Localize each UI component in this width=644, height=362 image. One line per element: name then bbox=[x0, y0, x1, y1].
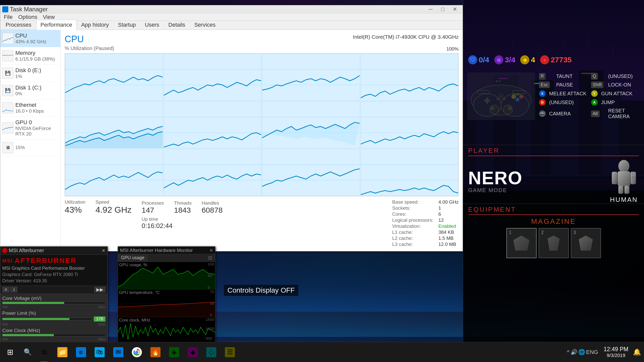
network-icon[interactable]: 🌐 bbox=[578, 349, 585, 355]
svg-rect-91 bbox=[512, 90, 525, 94]
chrome-icon bbox=[132, 347, 142, 357]
utilization-label: % Utilization (Paused) bbox=[65, 46, 114, 51]
tab-details[interactable]: Details bbox=[164, 20, 189, 30]
cpu-core-11 bbox=[262, 149, 360, 196]
y-button: Y bbox=[591, 90, 598, 97]
svg-text:B: B bbox=[520, 96, 522, 98]
sidebar-item-disk0[interactable]: 💾 Disk 0 (E:) 1% bbox=[0, 65, 60, 82]
mag-slot-3[interactable]: 3 bbox=[571, 228, 601, 258]
lang-indicator[interactable]: ENG bbox=[586, 349, 598, 355]
ab-expand-btn[interactable]: ▶▶ bbox=[94, 287, 105, 292]
tab-processes[interactable]: Processes bbox=[1, 20, 36, 30]
svg-point-92 bbox=[618, 160, 629, 172]
mag-icon-3 bbox=[576, 236, 596, 251]
maximize-button[interactable]: □ bbox=[437, 6, 449, 13]
speaker-icon[interactable]: 🔊 bbox=[571, 349, 577, 355]
system-clock[interactable]: 12:49 PM 9/3/2019 bbox=[601, 346, 631, 358]
mag-icon-2 bbox=[544, 236, 564, 251]
gpu-mini-chart bbox=[2, 122, 13, 133]
taskbar-chrome[interactable] bbox=[128, 342, 146, 362]
minimize-button[interactable]: ─ bbox=[425, 6, 436, 13]
speed-stat: Speed 4.92 GHz bbox=[95, 199, 132, 215]
disk1-sidebar-label: Disk 1 (C:) 0% bbox=[15, 84, 58, 97]
hw-tabs: GPU usage ⊡ bbox=[118, 254, 215, 262]
sidebar-item-gpu2[interactable]: 🖥 15% bbox=[0, 140, 60, 156]
lockon-mapping: Shift LOCK-ON bbox=[591, 81, 640, 89]
mag-slot-1[interactable]: 1 bbox=[506, 228, 537, 258]
tab-bar: Processes Performance App history Startu… bbox=[0, 21, 463, 30]
taskbar-store[interactable]: 🛍 bbox=[91, 342, 109, 362]
char-silhouette bbox=[609, 159, 639, 194]
taskbar-edge[interactable]: e bbox=[72, 342, 90, 362]
controls-display-text: Controls Display OFF bbox=[224, 285, 298, 296]
tab-app-history[interactable]: App history bbox=[77, 20, 113, 30]
taskbar-app6[interactable]: 🔥 bbox=[146, 342, 165, 362]
svg-point-110 bbox=[135, 351, 138, 354]
ab-info-btn[interactable]: ℹ bbox=[10, 287, 17, 292]
magazine-slots: 1 2 3 bbox=[468, 228, 639, 258]
svg-rect-10 bbox=[164, 54, 261, 101]
taskbar-app10[interactable]: ☰ bbox=[221, 342, 239, 362]
gpu2-sidebar-label: 15% bbox=[15, 145, 58, 150]
handles-stat: Handles 60878 bbox=[202, 200, 222, 214]
search-icon: 🔍 bbox=[24, 348, 32, 356]
start-button[interactable]: ⊞ bbox=[0, 342, 20, 362]
svg-rect-88 bbox=[502, 98, 505, 100]
uptime-value: 0:16:02:44 bbox=[142, 222, 223, 230]
core-voltage-slider[interactable] bbox=[2, 302, 105, 304]
task-manager-window: Task Manager ─ □ ✕ File Options View Pro… bbox=[0, 5, 463, 251]
tab-startup[interactable]: Startup bbox=[114, 20, 140, 30]
sidebar-item-disk1[interactable]: 💾 Disk 1 (C:) 0% bbox=[0, 82, 60, 99]
sidebar-item-gpu[interactable]: GPU 0 NVIDIA GeForce RTX 20 bbox=[0, 117, 60, 140]
app8-icon: ◆ bbox=[188, 347, 198, 357]
tab-performance[interactable]: Performance bbox=[36, 20, 76, 30]
sidebar-item-cpu[interactable]: CPU 43% 4.92 GHz bbox=[0, 30, 60, 47]
gpu-temp-chart: GPU temperature, °C 70 50 0 bbox=[118, 290, 215, 317]
afterburner-controls: ⚙ ℹ ▶▶ bbox=[0, 286, 107, 294]
afterburner-title: MSI Afterburner bbox=[2, 248, 44, 253]
sidebar-item-memory[interactable]: Memory 6.1/15.9 GB (38%) bbox=[0, 47, 60, 65]
hw-close-btn[interactable]: ✕ bbox=[209, 248, 213, 253]
ab-settings-btn[interactable]: ⚙ bbox=[2, 287, 9, 292]
svg-point-98 bbox=[631, 172, 635, 176]
cpu-sidebar-label: CPU 43% 4.92 GHz bbox=[15, 32, 58, 44]
player-section-title: PLAYER bbox=[468, 147, 639, 156]
hw-titlebar: MSI Afterburner Hardware Monitor ✕ bbox=[118, 247, 215, 254]
cpu-core-8 bbox=[360, 101, 459, 149]
mag-slot-2[interactable]: 2 bbox=[539, 228, 569, 258]
svg-rect-13 bbox=[262, 54, 360, 101]
camera-button-icon: 📷 bbox=[539, 110, 546, 117]
taskbar-app9[interactable]: ◇ bbox=[202, 342, 220, 362]
tab-users[interactable]: Users bbox=[141, 20, 164, 30]
task-view-btn[interactable]: ⧉ bbox=[35, 342, 53, 362]
svg-rect-93 bbox=[618, 171, 630, 186]
taskbar-app7[interactable]: ◈ bbox=[165, 342, 183, 362]
afterburner-close-btn[interactable]: ✕ bbox=[102, 248, 105, 253]
search-button[interactable]: 🔍 bbox=[20, 342, 35, 362]
power-limit-slider[interactable] bbox=[2, 318, 92, 320]
svg-text:A: A bbox=[517, 99, 518, 101]
sidebar-item-ethernet[interactable]: Ethernet 16.0 • 0 Kbps bbox=[0, 99, 60, 117]
hw-detach-btn[interactable]: ⊡ bbox=[205, 254, 215, 262]
hw-tab-gpu-usage[interactable]: GPU usage bbox=[118, 254, 148, 262]
tray-chevron-icon[interactable]: ^ bbox=[567, 349, 570, 355]
svg-point-99 bbox=[632, 176, 635, 179]
performance-main: CPU Intel(R) Core(TM) i7-4930K CPU @ 3.4… bbox=[61, 30, 463, 251]
equipment-section: EQUIPMENT MAGAZINE 1 2 3 bbox=[468, 206, 639, 258]
b-button: B bbox=[539, 99, 546, 106]
app6-icon: 🔥 bbox=[150, 347, 160, 357]
cpu-core-12 bbox=[360, 149, 459, 196]
player-section: PLAYER NERO GAME MODE bbox=[468, 147, 639, 204]
core-clock-slider[interactable] bbox=[2, 334, 105, 336]
close-button[interactable]: ✕ bbox=[449, 6, 461, 13]
char-type: HUMAN bbox=[610, 196, 638, 204]
notification-icon[interactable]: 🔔 bbox=[632, 342, 642, 362]
taskbar-mail[interactable]: ✉ bbox=[109, 342, 127, 362]
button-mapping: R TAUNT Q (UNUSED) Esc PAUSE Shift LOCK-… bbox=[539, 72, 640, 120]
svg-rect-31 bbox=[65, 149, 163, 196]
hud-blue-stat: 🛡 0/4 bbox=[468, 55, 489, 64]
svg-rect-74 bbox=[486, 98, 488, 104]
taskbar-app8[interactable]: ◆ bbox=[184, 342, 202, 362]
tab-services[interactable]: Services bbox=[190, 20, 220, 30]
taskbar-file-explorer[interactable]: 📁 bbox=[53, 342, 71, 362]
